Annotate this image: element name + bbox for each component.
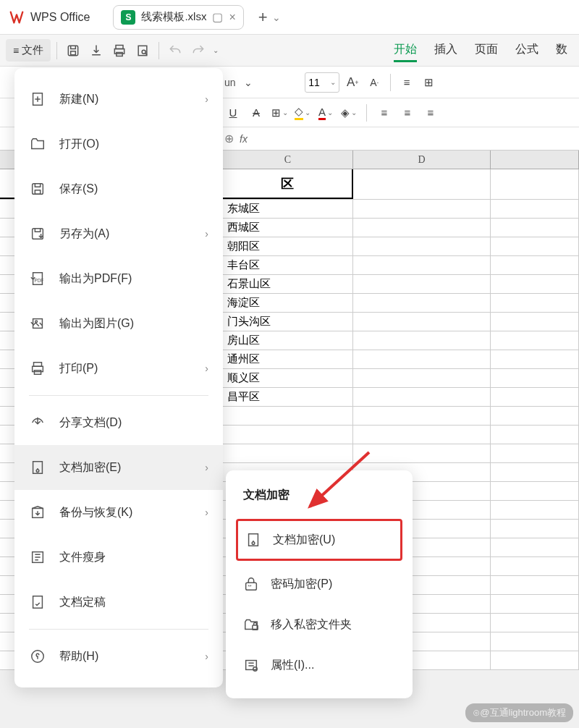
underline-icon[interactable]: U	[224, 104, 242, 122]
expand-icon[interactable]: ⊕	[224, 132, 234, 145]
tab-menu-dropdown-icon[interactable]: ⌄	[272, 12, 281, 23]
cell[interactable]	[491, 651, 579, 669]
cell[interactable]	[491, 275, 579, 293]
tab-start[interactable]: 开始	[394, 39, 417, 62]
cell[interactable]	[491, 463, 579, 481]
tab-data[interactable]: 数	[556, 39, 567, 62]
cell[interactable]	[491, 576, 579, 594]
tab-formula[interactable]: 公式	[515, 39, 538, 62]
font-size-selector[interactable]: 11 ⌄	[305, 72, 339, 93]
preview-icon[interactable]	[132, 41, 153, 61]
cell[interactable]	[491, 388, 579, 406]
menu-item[interactable]: 备份与恢复(K)›	[14, 490, 223, 535]
cell[interactable]	[353, 388, 491, 406]
cell[interactable]: 石景山区	[223, 275, 353, 293]
fx-label[interactable]: fx	[240, 133, 248, 145]
cell[interactable]	[353, 331, 491, 350]
cell[interactable]: 昌平区	[223, 388, 353, 406]
fill-color-icon[interactable]: ◇⌄	[294, 104, 311, 122]
cell[interactable]	[491, 501, 579, 519]
cell[interactable]: 通州区	[223, 350, 353, 368]
file-menu-button[interactable]: ≡ 文件	[6, 39, 51, 62]
cell[interactable]	[353, 200, 491, 218]
menu-item[interactable]: 保存(S)	[14, 166, 223, 211]
cell[interactable]	[491, 595, 579, 613]
col-header[interactable]: D	[353, 151, 491, 169]
menu-item[interactable]: 分享文档(D)	[14, 400, 223, 445]
align-center-icon[interactable]: ≡	[399, 104, 416, 122]
cell[interactable]	[223, 444, 353, 462]
header-cell[interactable]: 区	[223, 169, 353, 199]
document-tab[interactable]: S 线索模板.xlsx ▢ ×	[113, 5, 243, 30]
submenu-item[interactable]: 属性(I)...	[226, 645, 413, 685]
decrease-font-icon[interactable]: A-	[365, 74, 383, 91]
menu-item[interactable]: 帮助(H)›	[14, 634, 223, 679]
cell[interactable]	[491, 482, 579, 500]
cell[interactable]	[491, 444, 579, 462]
increase-font-icon[interactable]: A+	[344, 74, 361, 91]
cell[interactable]	[491, 200, 579, 218]
cell[interactable]	[353, 444, 491, 462]
cell[interactable]	[491, 169, 579, 199]
strikethrough-icon[interactable]: A	[248, 104, 265, 122]
cell[interactable]: 丰台区	[223, 256, 353, 274]
menu-item[interactable]: PDF输出为PDF(F)	[14, 256, 223, 301]
cell[interactable]	[353, 256, 491, 274]
cell[interactable]: 东城区	[223, 200, 353, 218]
font-color-icon[interactable]: A⌄	[317, 104, 334, 122]
cell[interactable]	[353, 275, 491, 293]
menu-item[interactable]: 打印(P)›	[14, 346, 223, 391]
tab-page[interactable]: 页面	[475, 39, 498, 62]
cell[interactable]	[353, 169, 491, 199]
font-name-dropdown[interactable]: un ⌄	[224, 77, 253, 88]
menu-item[interactable]: 另存为(A)›	[14, 211, 223, 256]
cell[interactable]	[223, 407, 353, 425]
cell[interactable]: 西城区	[223, 219, 353, 237]
cell[interactable]	[491, 313, 579, 331]
cell[interactable]	[491, 426, 579, 444]
new-tab-button[interactable]: +	[258, 8, 268, 27]
submenu-item[interactable]: 移入私密文件夹	[226, 604, 413, 645]
cell[interactable]	[353, 369, 491, 387]
menu-item[interactable]: 文档加密(E)›	[14, 445, 223, 490]
cell[interactable]: 顺义区	[223, 369, 353, 387]
submenu-item[interactable]: 文档加密(U)	[236, 519, 402, 561]
cell[interactable]	[223, 426, 353, 444]
cell[interactable]	[491, 219, 579, 237]
cell[interactable]	[491, 294, 579, 312]
cell[interactable]	[491, 237, 579, 255]
cell[interactable]: 朝阳区	[223, 237, 353, 255]
menu-item[interactable]: 文件瘦身	[14, 535, 223, 580]
cell[interactable]: 门头沟区	[223, 313, 353, 331]
print-icon[interactable]	[109, 41, 130, 61]
cell[interactable]	[353, 219, 491, 237]
format-painter-icon[interactable]: ◈⌄	[340, 104, 358, 122]
col-header[interactable]	[491, 151, 579, 169]
menu-item[interactable]: 文档定稿	[14, 580, 223, 625]
cell[interactable]	[491, 632, 579, 651]
menu-item[interactable]: 输出为图片(G)	[14, 301, 223, 346]
cell[interactable]	[491, 331, 579, 350]
cell[interactable]	[353, 350, 491, 368]
cell[interactable]: 房山区	[223, 331, 353, 350]
menu-item[interactable]: 打开(O)	[14, 122, 223, 166]
cell[interactable]	[491, 538, 579, 556]
undo-icon[interactable]	[165, 41, 185, 61]
cell[interactable]	[353, 426, 491, 444]
cell[interactable]	[491, 350, 579, 368]
menu-item[interactable]: 新建(N)›	[14, 77, 223, 122]
align-right-icon[interactable]: ≡	[422, 104, 439, 122]
cell[interactable]	[353, 237, 491, 255]
submenu-item[interactable]: **密码加密(P)	[226, 564, 413, 604]
cell[interactable]	[353, 294, 491, 312]
cell[interactable]	[491, 557, 579, 575]
cell[interactable]	[491, 614, 579, 632]
align-top-icon[interactable]: ≡	[398, 74, 415, 91]
border-icon[interactable]: ⊞⌄	[271, 104, 288, 122]
col-header[interactable]: C	[223, 151, 353, 169]
wrap-icon[interactable]: ⊞	[420, 74, 437, 91]
cell[interactable]	[491, 256, 579, 274]
save-icon[interactable]	[63, 41, 83, 61]
tab-insert[interactable]: 插入	[434, 39, 457, 62]
cell[interactable]	[491, 407, 579, 425]
